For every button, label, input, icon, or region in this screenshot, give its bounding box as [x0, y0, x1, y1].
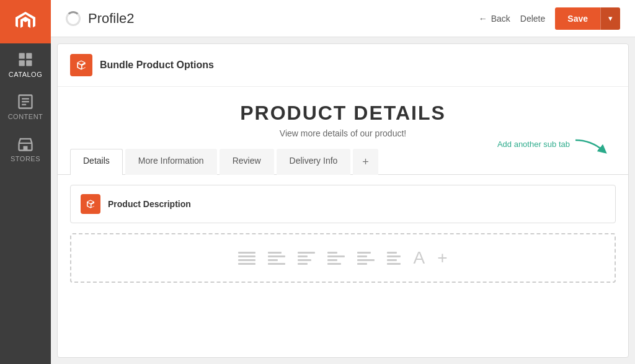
loading-spinner — [66, 11, 81, 26]
stores-icon — [17, 135, 34, 153]
widget-lines-3 — [298, 252, 315, 265]
svg-rect-1 — [26, 53, 32, 59]
sidebar: CATALOG CONTENT STORES — [0, 0, 51, 364]
widget-lines-5 — [357, 252, 375, 265]
save-button-group: Save ▾ — [555, 7, 620, 30]
svg-rect-5 — [22, 98, 29, 99]
bundle-header: Bundle Product Options — [58, 44, 628, 87]
tabs-section: Add another sub tab Details More Info — [58, 148, 628, 175]
back-arrow-icon: ← — [479, 14, 487, 24]
desc-icon-svg — [85, 198, 96, 210]
tab-details[interactable]: Details — [70, 149, 123, 175]
tab-add-button[interactable]: + — [353, 149, 378, 175]
sidebar-item-catalog[interactable]: CATALOG — [0, 43, 51, 86]
tab-more-information[interactable]: More Information — [125, 149, 217, 175]
delete-button[interactable]: Delete — [520, 14, 545, 24]
widget-placeholder-area: A + — [70, 233, 616, 283]
product-description-block: Product Description — [70, 185, 616, 223]
catalog-label: CATALOG — [9, 71, 42, 78]
page-title: Profile2 — [88, 11, 135, 27]
content-label: CONTENT — [8, 113, 43, 120]
stores-label: STORES — [11, 155, 40, 162]
tabs-row: Details More Information Review Delivery… — [58, 148, 628, 175]
chevron-down-icon: ▾ — [608, 14, 613, 23]
bundle-icon — [70, 54, 92, 76]
widget-lines-4 — [327, 252, 345, 265]
widget-lines-1 — [238, 252, 255, 265]
svg-rect-6 — [22, 101, 29, 102]
sidebar-item-content[interactable]: CONTENT — [0, 86, 51, 128]
main-content: Profile2 ← Back Delete Save ▾ — [51, 0, 635, 364]
save-button[interactable]: Save — [555, 7, 600, 30]
sidebar-item-stores[interactable]: STORES — [0, 128, 51, 170]
product-description-icon — [81, 194, 100, 214]
svg-rect-3 — [26, 60, 32, 66]
svg-rect-7 — [22, 104, 26, 105]
add-tab-annotation-text: Add another sub tab — [497, 140, 570, 149]
widget-lines-6 — [387, 252, 401, 265]
back-button[interactable]: ← Back — [479, 14, 510, 24]
widget-lines-2 — [268, 252, 285, 265]
content-icon — [17, 93, 34, 110]
save-dropdown-button[interactable]: ▾ — [600, 7, 620, 30]
svg-rect-0 — [19, 53, 25, 59]
catalog-icon — [17, 51, 34, 68]
tab-review[interactable]: Review — [220, 149, 274, 175]
header-left: Profile2 — [66, 11, 135, 27]
bundle-product-icon — [75, 59, 87, 71]
product-description-label: Product Description — [108, 199, 191, 209]
bundle-product-title: Bundle Product Options — [100, 60, 214, 71]
product-details-heading: PRODUCT DETAILS — [70, 102, 616, 125]
top-header: Profile2 ← Back Delete Save ▾ — [51, 0, 635, 37]
magento-logo-icon — [13, 9, 38, 34]
text-widget-icon: A — [413, 248, 425, 268]
sidebar-logo — [0, 0, 51, 43]
header-right: ← Back Delete Save ▾ — [479, 7, 620, 30]
svg-rect-2 — [19, 60, 25, 66]
tab-delivery-info[interactable]: Delivery Info — [277, 149, 351, 175]
svg-rect-9 — [24, 146, 28, 151]
content-area: Bundle Product Options PRODUCT DETAILS V… — [57, 43, 629, 358]
add-widget-icon[interactable]: + — [437, 248, 447, 268]
